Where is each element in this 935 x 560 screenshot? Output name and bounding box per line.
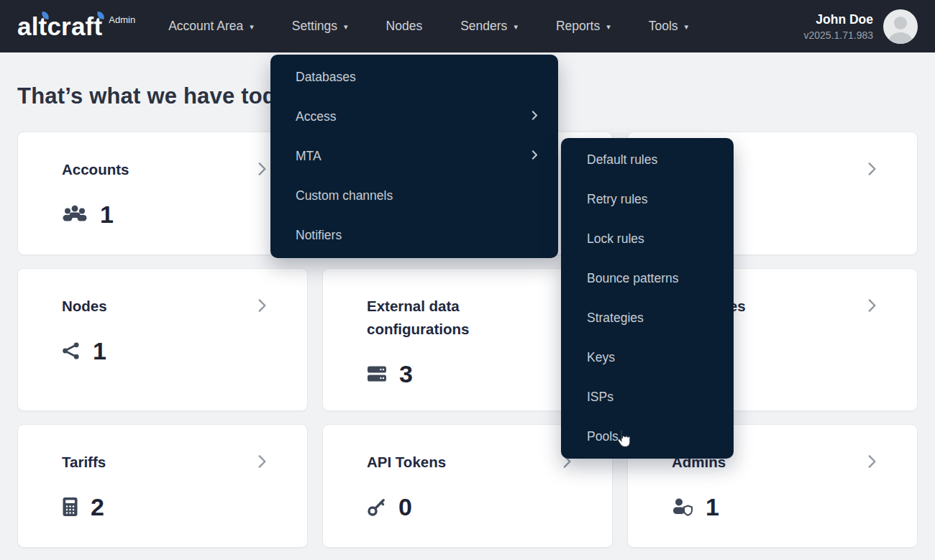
card-stat: 2	[62, 492, 270, 521]
chevron-right-icon	[862, 296, 881, 318]
nav-item-settings[interactable]: Settings ▾	[292, 19, 348, 34]
menu-item-label: Default rules	[587, 152, 657, 167]
card-title: Tariffs	[62, 451, 227, 474]
database-icon	[367, 364, 387, 383]
submenu-item-retry-rules[interactable]: Retry rules	[561, 180, 734, 219]
menu-item-label: MTA	[296, 149, 321, 164]
submenu-item-pools[interactable]: Pools	[561, 417, 734, 456]
nav-item-label: Tools	[649, 19, 678, 34]
menu-item-label: ISPs	[587, 390, 614, 405]
nav-item-label: Reports	[556, 19, 600, 34]
altcraft-logo[interactable]: altcraft Admin	[17, 12, 135, 41]
submenu-item-default-rules[interactable]: Default rules	[561, 140, 734, 180]
card-accounts[interactable]: Accounts 1	[17, 132, 308, 255]
card-title: External data configurations	[367, 295, 532, 341]
logo-part: al	[17, 12, 39, 40]
chevron-right-icon	[252, 452, 271, 474]
logo-t-accent: t	[39, 12, 47, 41]
menu-item-access[interactable]: Access	[270, 97, 558, 137]
nav-item-nodes[interactable]: Nodes	[386, 19, 423, 34]
chevron-right-icon	[528, 109, 541, 125]
menu-item-notifiers[interactable]: Notifiers	[270, 216, 558, 255]
menu-item-mta[interactable]: MTA	[270, 137, 558, 176]
caret-down-icon: ▾	[250, 22, 254, 31]
chevron-right-icon	[528, 148, 541, 165]
nav-menu: Account Area ▾ Settings ▾ Nodes Senders …	[168, 19, 688, 34]
nav-item-reports[interactable]: Reports ▾	[556, 19, 611, 34]
user-info: John Doe v2025.1.71.983	[803, 12, 873, 41]
menu-item-label: Strategies	[587, 311, 644, 326]
calculator-icon	[62, 497, 78, 517]
submenu-item-isps[interactable]: ISPs	[561, 377, 734, 417]
page-title: That’s what we have today	[17, 83, 301, 109]
menu-item-label: Keys	[587, 350, 615, 365]
card-stat: 1	[672, 492, 880, 521]
user-name: John Doe	[803, 12, 873, 27]
key-icon	[367, 497, 386, 517]
submenu-item-lock-rules[interactable]: Lock rules	[561, 219, 734, 259]
nav-item-label: Account Area	[168, 19, 243, 34]
nav-item-label: Nodes	[386, 19, 423, 34]
caret-down-icon: ▾	[514, 22, 518, 31]
top-navbar: altcraft Admin Account Area ▾ Settings ▾…	[0, 0, 935, 52]
card-value: 1	[93, 337, 106, 365]
card-value: 1	[100, 201, 114, 229]
card-nodes[interactable]: Nodes 1	[17, 268, 308, 411]
nav-item-account-area[interactable]: Account Area ▾	[168, 19, 254, 34]
chevron-right-icon	[252, 160, 271, 181]
users-icon	[62, 205, 88, 224]
menu-item-custom-channels[interactable]: Custom channels	[270, 176, 558, 216]
share-icon	[62, 341, 81, 360]
app-version: v2025.1.71.983	[803, 29, 873, 41]
menu-item-label: Bounce patterns	[587, 271, 678, 286]
nav-item-label: Settings	[292, 19, 337, 34]
chevron-right-icon	[252, 296, 271, 318]
card-title: Accounts	[62, 158, 227, 181]
chevron-right-icon	[862, 452, 881, 474]
menu-item-label: Pools	[587, 429, 619, 444]
card-stat: 1	[62, 200, 270, 229]
caret-down-icon: ▾	[685, 22, 689, 31]
card-value: 2	[91, 493, 104, 521]
card-value: 0	[398, 493, 412, 521]
submenu-item-keys[interactable]: Keys	[561, 338, 734, 377]
menu-item-label: Databases	[296, 70, 356, 85]
user-menu[interactable]: John Doe v2025.1.71.983	[803, 9, 918, 44]
avatar[interactable]	[883, 9, 918, 44]
menu-item-label: Lock rules	[587, 231, 644, 247]
menu-item-label: Access	[296, 109, 336, 124]
menu-item-label: Notifiers	[296, 228, 342, 243]
caret-down-icon: ▾	[606, 22, 611, 31]
caret-down-icon: ▾	[344, 22, 348, 31]
user-shield-icon	[672, 497, 693, 516]
card-tariffs[interactable]: Tariffs 2	[17, 424, 308, 548]
logo-t-accent: t	[94, 12, 102, 41]
logo-admin-label: Admin	[109, 14, 135, 25]
card-value: 1	[706, 493, 719, 521]
card-value: 3	[399, 360, 413, 388]
logo-part: craf	[47, 12, 94, 40]
logo-text: altcraft	[17, 12, 102, 41]
card-title: Nodes	[62, 295, 227, 318]
menu-item-label: Retry rules	[587, 192, 648, 207]
settings-dropdown-menu: Databases Access MTA Custom channels Not…	[270, 55, 558, 258]
mta-submenu: Default rules Retry rules Lock rules Bou…	[561, 138, 734, 459]
submenu-item-strategies[interactable]: Strategies	[561, 298, 734, 338]
avatar-silhouette-icon	[883, 9, 918, 44]
menu-item-databases[interactable]: Databases	[270, 58, 558, 97]
nav-item-tools[interactable]: Tools ▾	[649, 19, 688, 34]
screen: altcraft Admin Account Area ▾ Settings ▾…	[0, 0, 935, 560]
card-stat: 0	[367, 492, 575, 521]
submenu-item-bounce-patterns[interactable]: Bounce patterns	[561, 259, 734, 298]
card-stat: 1	[62, 336, 270, 365]
menu-item-label: Custom channels	[296, 188, 393, 203]
card-stat: 3	[367, 359, 575, 388]
chevron-right-icon	[862, 160, 881, 181]
nav-item-label: Senders	[460, 19, 507, 34]
nav-item-senders[interactable]: Senders ▾	[460, 19, 518, 34]
card-title: API Tokens	[367, 451, 532, 474]
